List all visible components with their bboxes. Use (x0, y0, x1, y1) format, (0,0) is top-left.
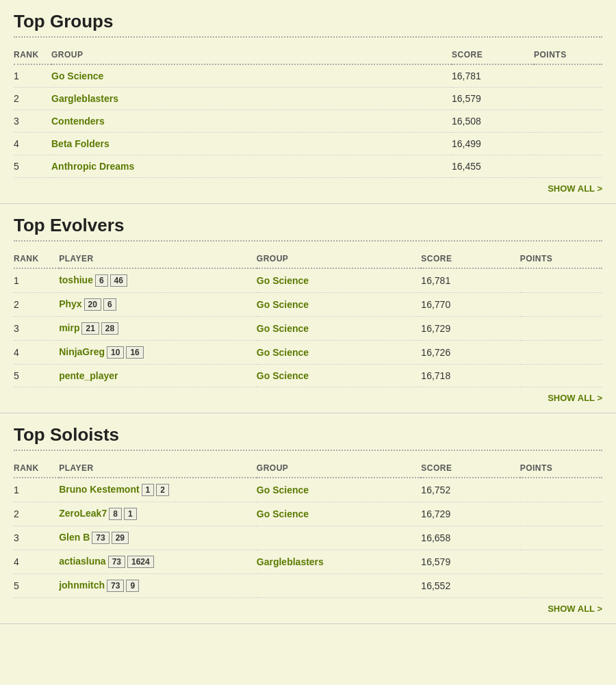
group-cell: Gargleblasters (257, 550, 422, 574)
player-name-cell: Bruno Kestemont12 (59, 478, 257, 502)
rank-cell: 2 (14, 502, 59, 526)
player-link[interactable]: Glen B (59, 532, 90, 543)
player-name-cell: ZeroLeak781 (59, 502, 257, 526)
player-name-cell: NinjaGreg1016 (59, 341, 257, 365)
points-cell (520, 268, 602, 293)
top-groups-show-all[interactable]: SHOW ALL > (14, 178, 602, 196)
group-name-cell: Gargleblasters (51, 88, 452, 110)
player-link[interactable]: toshiue (59, 274, 93, 285)
score-cell: 16,770 (421, 293, 519, 317)
score-cell: 16,729 (421, 317, 519, 341)
table-row: 3 Contenders 16,508 (14, 110, 602, 133)
group-link[interactable]: Go Science (257, 275, 309, 286)
rank-cell: 2 (14, 293, 59, 317)
badge: 2 (156, 484, 169, 496)
group-link[interactable]: Go Science (51, 70, 103, 81)
points-cell (520, 365, 602, 387)
group-name-cell: Go Science (51, 64, 452, 88)
group-link[interactable]: Beta Folders (51, 138, 110, 149)
player-link[interactable]: NinjaGreg (59, 346, 105, 357)
points-cell (520, 526, 602, 550)
group-link[interactable]: Anthropic Dreams (51, 161, 134, 172)
group-cell: Go Science (257, 478, 422, 502)
col-header-rank: RANK (14, 46, 51, 64)
player-link[interactable]: mirp (59, 322, 79, 333)
group-link[interactable]: Go Science (257, 299, 309, 310)
group-cell (257, 574, 422, 598)
group-name-cell: Contenders (51, 110, 452, 133)
points-cell (534, 155, 602, 178)
table-row: 1 Go Science 16,781 (14, 64, 602, 88)
points-cell (534, 88, 602, 110)
score-cell: 16,726 (421, 341, 519, 365)
group-link[interactable]: Go Science (257, 370, 309, 381)
col-header-rank: RANK (14, 459, 59, 478)
player-link[interactable]: Bruno Kestemont (59, 484, 139, 495)
table-row: 1 toshiue646 Go Science 16,781 (14, 268, 602, 293)
points-cell (520, 502, 602, 526)
group-cell: Go Science (257, 365, 422, 387)
col-header-points: POINTS (534, 46, 602, 64)
player-link[interactable]: johnmitch (59, 580, 105, 591)
table-row: 2 ZeroLeak781 Go Science 16,729 (14, 502, 602, 526)
score-cell: 16,499 (452, 133, 534, 155)
score-cell: 16,579 (452, 88, 534, 110)
group-cell: Go Science (257, 502, 422, 526)
group-link[interactable]: Go Science (257, 484, 309, 495)
table-row: 3 Glen B7329 16,658 (14, 526, 602, 550)
badge: 28 (101, 322, 118, 335)
table-row: 5 johnmitch739 16,552 (14, 574, 602, 598)
badge: 10 (107, 346, 124, 359)
group-link[interactable]: Go Science (257, 323, 309, 334)
score-cell: 16,752 (421, 478, 519, 502)
group-link[interactable]: Go Science (257, 347, 309, 358)
group-cell: Go Science (257, 293, 422, 317)
group-cell (257, 526, 422, 550)
table-row: 5 pente_player Go Science 16,718 (14, 365, 602, 387)
badge: 73 (92, 532, 109, 544)
rank-cell: 4 (14, 550, 59, 574)
player-name-cell: johnmitch739 (59, 574, 257, 598)
group-link[interactable]: Gargleblasters (51, 93, 118, 104)
group-name-cell: Anthropic Dreams (51, 155, 452, 178)
points-cell (520, 478, 602, 502)
group-link[interactable]: Gargleblasters (257, 556, 324, 567)
table-row: 3 mirp2128 Go Science 16,729 (14, 317, 602, 341)
player-link[interactable]: ZeroLeak7 (59, 508, 107, 519)
badge: 1 (142, 484, 155, 496)
table-row: 4 NinjaGreg1016 Go Science 16,726 (14, 341, 602, 365)
group-cell: Go Science (257, 317, 422, 341)
player-name-cell: pente_player (59, 365, 257, 387)
score-cell: 16,658 (421, 526, 519, 550)
top-soloists-table: RANK PLAYER GROUP SCORE POINTS 1 Bruno K… (14, 459, 602, 598)
badge: 6 (95, 274, 108, 287)
table-row: 4 actiasluna731624 Gargleblasters 16,579 (14, 550, 602, 574)
rank-cell: 3 (14, 110, 51, 133)
group-cell: Go Science (257, 268, 422, 293)
rank-cell: 1 (14, 478, 59, 502)
player-link[interactable]: actiasluna (59, 556, 105, 567)
points-cell (520, 293, 602, 317)
table-row: 4 Beta Folders 16,499 (14, 133, 602, 155)
group-link[interactable]: Contenders (51, 116, 105, 127)
player-link[interactable]: pente_player (59, 370, 118, 381)
badge: 1624 (127, 556, 154, 568)
player-link[interactable]: Phyx (59, 298, 81, 309)
badge: 20 (84, 298, 101, 311)
rank-cell: 2 (14, 88, 51, 110)
rank-cell: 3 (14, 526, 59, 550)
rank-cell: 5 (14, 155, 51, 178)
points-cell (534, 64, 602, 88)
badge: 73 (107, 580, 124, 592)
player-name-cell: Glen B7329 (59, 526, 257, 550)
group-link[interactable]: Go Science (257, 508, 309, 519)
rank-cell: 5 (14, 365, 59, 387)
col-header-points: POINTS (520, 250, 602, 268)
top-soloists-show-all[interactable]: SHOW ALL > (14, 598, 602, 617)
group-name-cell: Beta Folders (51, 133, 452, 155)
rank-cell: 5 (14, 574, 59, 598)
top-evolvers-show-all[interactable]: SHOW ALL > (14, 387, 602, 406)
group-cell: Go Science (257, 341, 422, 365)
badge: 46 (110, 274, 127, 287)
col-header-score: SCORE (421, 459, 519, 478)
